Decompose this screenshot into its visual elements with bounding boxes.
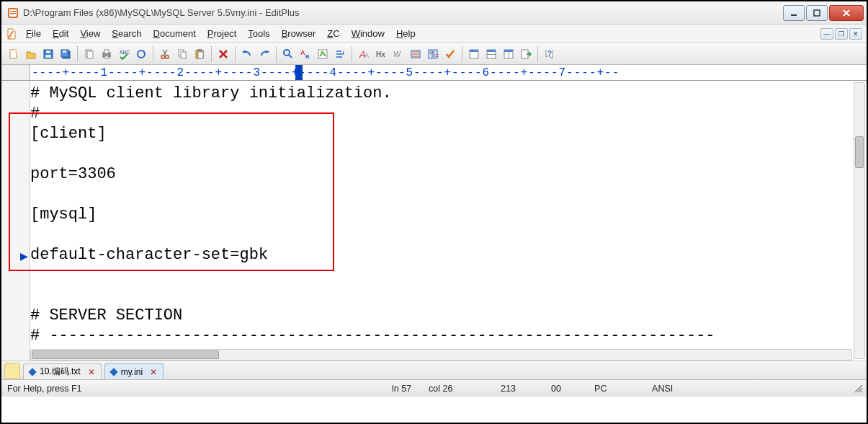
- mdi-close-button[interactable]: ✕: [849, 28, 862, 40]
- title-bar: D:\Program Files (x86)\MySQL\MySQL Serve…: [1, 1, 867, 25]
- svg-text:A: A: [300, 49, 305, 56]
- doc-tab-label: my.ini: [121, 367, 143, 377]
- close-tab-icon[interactable]: ✕: [88, 367, 95, 377]
- svg-rect-13: [63, 50, 66, 53]
- vertical-scrollbar[interactable]: [854, 82, 865, 359]
- status-length: 213: [492, 384, 542, 394]
- editor-area: ▶ # MySQL client library initialization.…: [1, 81, 867, 361]
- svg-point-32: [321, 51, 322, 53]
- new-file-button[interactable]: [6, 46, 22, 62]
- spellcheck-button[interactable]: ABC: [116, 46, 132, 62]
- svg-rect-49: [509, 52, 509, 58]
- editor-content[interactable]: # MySQL client library initialization. #…: [30, 81, 852, 348]
- svg-rect-24: [181, 52, 186, 58]
- status-bar: For Help, press F1 ln 57 col 26 213 00 P…: [1, 379, 867, 397]
- menu-browser[interactable]: Browser: [276, 27, 322, 40]
- find-replace-button[interactable]: AB: [297, 46, 313, 62]
- menu-help[interactable]: Help: [390, 27, 421, 40]
- help-button[interactable]: ?: [542, 46, 558, 62]
- toolbar: ABC AB AA Hx W 1ACD ?: [1, 43, 867, 65]
- close-button[interactable]: [829, 5, 864, 21]
- app-icon: [7, 7, 19, 19]
- svg-text:A: A: [364, 52, 369, 59]
- svg-text:ABC: ABC: [120, 50, 130, 55]
- status-encoding: ANSI: [643, 384, 701, 394]
- status-mode: 00: [542, 384, 586, 394]
- copy2-button[interactable]: [174, 46, 190, 62]
- menu-file[interactable]: File: [20, 27, 47, 40]
- export-button[interactable]: [518, 46, 534, 62]
- window3-button[interactable]: [501, 46, 516, 62]
- svg-rect-9: [46, 50, 50, 53]
- print-button[interactable]: [99, 46, 115, 62]
- delete-button[interactable]: [215, 46, 231, 62]
- toggle-button[interactable]: [332, 46, 348, 62]
- svg-point-22: [166, 55, 169, 58]
- menu-edit[interactable]: Edit: [47, 27, 74, 40]
- status-line: ln 57: [383, 384, 420, 394]
- doc-tab-label: 10.编码.txt: [40, 366, 81, 378]
- window2-button[interactable]: [483, 46, 499, 62]
- copy-button[interactable]: [81, 46, 97, 62]
- horizontal-scrollbar[interactable]: [30, 349, 852, 361]
- horizontal-scroll-thumb[interactable]: [32, 350, 219, 359]
- svg-rect-26: [198, 52, 203, 58]
- window-title: D:\Program Files (x86)\MySQL\MySQL Serve…: [23, 7, 782, 18]
- svg-text:CD: CD: [434, 53, 439, 58]
- status-col: col 26: [420, 384, 492, 394]
- redo-button[interactable]: [256, 46, 272, 62]
- svg-rect-7: [14, 50, 17, 53]
- ruler: ----+----1----+----2----+----3----+----4…: [1, 65, 867, 81]
- status-os: PC: [586, 384, 643, 394]
- menu-view[interactable]: View: [74, 27, 106, 40]
- wordwrap-button[interactable]: W: [390, 46, 406, 62]
- svg-rect-10: [45, 55, 51, 58]
- svg-text:W: W: [393, 50, 402, 58]
- mdi-minimize-button[interactable]: —: [820, 28, 833, 40]
- doc-tab-1[interactable]: my.ini ✕: [104, 363, 164, 379]
- svg-text:Hx: Hx: [376, 50, 385, 58]
- menu-window[interactable]: Window: [346, 27, 390, 40]
- menu-tools[interactable]: Tools: [242, 27, 275, 40]
- svg-rect-45: [487, 50, 496, 52]
- svg-point-21: [161, 55, 164, 58]
- menu-search[interactable]: Search: [106, 27, 147, 40]
- window1-button[interactable]: [466, 46, 482, 62]
- menu-document[interactable]: Document: [148, 27, 202, 40]
- cut-button[interactable]: [157, 46, 173, 62]
- tab-area-handle[interactable]: [4, 363, 20, 379]
- minimize-button[interactable]: [783, 5, 805, 21]
- menu-project[interactable]: Project: [202, 27, 242, 40]
- undo-button[interactable]: [239, 46, 255, 62]
- check-button[interactable]: [442, 46, 458, 62]
- svg-rect-4: [791, 14, 797, 16]
- hex-button[interactable]: Hx: [373, 46, 389, 62]
- svg-rect-27: [197, 49, 202, 51]
- maximize-button[interactable]: [806, 5, 828, 21]
- find-button[interactable]: [280, 46, 296, 62]
- resize-grip-icon[interactable]: [854, 384, 864, 394]
- svg-rect-5: [814, 10, 820, 16]
- doc-modified-icon: [109, 368, 117, 376]
- font-button[interactable]: AA: [356, 46, 372, 62]
- refresh-button[interactable]: [133, 46, 149, 62]
- svg-text:B: B: [305, 53, 310, 60]
- save-button[interactable]: [40, 46, 56, 62]
- save-all-button[interactable]: [58, 46, 73, 62]
- window-buttons: [782, 5, 864, 21]
- mdi-restore-button[interactable]: ❐: [835, 28, 848, 40]
- doc-tab-0[interactable]: 10.编码.txt ✕: [23, 363, 102, 379]
- paste-button[interactable]: [192, 46, 207, 62]
- open-file-button[interactable]: [23, 46, 39, 62]
- doc-modified-icon: [28, 368, 36, 376]
- vertical-scroll-thumb[interactable]: [855, 136, 864, 168]
- svg-rect-3: [10, 13, 16, 14]
- svg-point-28: [284, 50, 290, 56]
- document-tab-bar: 10.编码.txt ✕ my.ini ✕: [1, 361, 867, 379]
- current-line-marker: ▶: [20, 250, 28, 262]
- browser-button[interactable]: [315, 46, 331, 62]
- bookmark-button[interactable]: [408, 46, 424, 62]
- menu-zc[interactable]: ZC: [321, 27, 345, 40]
- close-tab-icon[interactable]: ✕: [150, 367, 157, 377]
- compare-button[interactable]: 1ACD: [425, 46, 441, 62]
